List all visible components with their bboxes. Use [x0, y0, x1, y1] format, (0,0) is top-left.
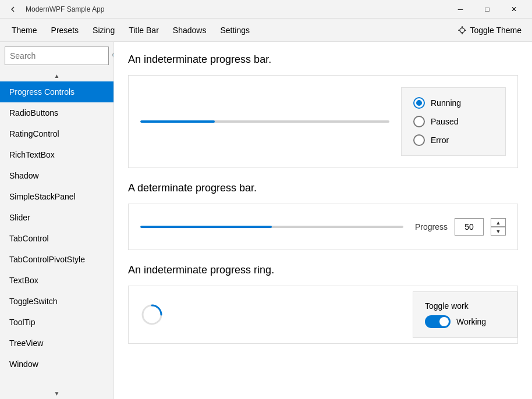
- state-radio-group: Running Paused Error: [401, 87, 506, 156]
- svg-point-0: [460, 28, 464, 33]
- title-bar: ModernWPF Sample App ─ □ ✕: [0, 0, 532, 19]
- menu-titlebar[interactable]: Title Bar: [122, 21, 166, 40]
- determinate-progress-track: [140, 226, 403, 228]
- sidebar-item-progress-controls[interactable]: Progress Controls: [0, 81, 114, 102]
- toggle-row: Working: [425, 315, 505, 328]
- progress-ring-svg: [140, 303, 164, 326]
- sidebar-item-tooltip[interactable]: ToolTip: [0, 312, 114, 333]
- svg-rect-4: [464, 30, 466, 31]
- section3-title: An indeterminate progress ring.: [128, 264, 518, 276]
- window-controls: ─ □ ✕: [447, 0, 527, 19]
- section-indeterminate-bar: An indeterminate progress bar. Running P…: [128, 54, 518, 168]
- section-progress-ring: An indeterminate progress ring. Toggle w…: [128, 264, 518, 344]
- progress-label: Progress: [415, 222, 448, 231]
- radio-running-label: Running: [431, 98, 461, 108]
- scroll-up-arrow[interactable]: ▲: [0, 70, 114, 81]
- sidebar-item-toggleswitch[interactable]: ToggleSwitch: [0, 291, 114, 312]
- toggle-value-label: Working: [456, 317, 486, 326]
- section1-title: An indeterminate progress bar.: [128, 54, 518, 66]
- working-toggle[interactable]: [425, 315, 451, 328]
- app-layout: 🔍 ▲ Progress Controls RadioButtons Ratin…: [0, 42, 532, 399]
- sidebar-item-radiobuttons[interactable]: RadioButtons: [0, 102, 114, 123]
- sidebar-item-treeview[interactable]: TreeView: [0, 333, 114, 354]
- radio-paused-label: Paused: [431, 117, 458, 126]
- menu-sizing[interactable]: Sizing: [86, 21, 122, 40]
- app-title: ModernWPF Sample App: [26, 5, 447, 13]
- determinate-progress-bar: [140, 226, 272, 228]
- radio-error[interactable]: Error: [413, 134, 494, 146]
- menu-settings[interactable]: Settings: [213, 21, 257, 40]
- section3-demo-box: Toggle work Working: [128, 286, 518, 344]
- radio-running[interactable]: Running: [413, 97, 494, 109]
- progress-increment-button[interactable]: ▲: [491, 218, 506, 227]
- search-input[interactable]: [10, 51, 112, 60]
- sidebar-item-shadow[interactable]: Shadow: [0, 165, 114, 186]
- section2-demo-box: Progress ▲ ▼: [128, 204, 518, 250]
- progress-value-input[interactable]: [455, 218, 484, 236]
- progress-controls-row: Progress ▲ ▼: [415, 218, 506, 236]
- back-button[interactable]: [5, 1, 21, 17]
- section1-demo-box: Running Paused Error: [128, 75, 518, 168]
- menu-bar: Theme Presets Sizing Title Bar Shadows S…: [0, 19, 532, 42]
- sidebar-item-textbox[interactable]: TextBox: [0, 270, 114, 291]
- sidebar-item-tabcontrolpivotstyle[interactable]: TabControlPivotStyle: [0, 249, 114, 270]
- toggle-theme-button[interactable]: Toggle Theme: [452, 22, 527, 38]
- radio-error-label: Error: [431, 136, 449, 145]
- progress-spinner: ▲ ▼: [491, 218, 506, 236]
- svg-rect-2: [462, 33, 463, 34]
- radio-error-circle: [413, 134, 425, 146]
- section2-title: A determinate progress bar.: [128, 182, 518, 194]
- menu-theme[interactable]: Theme: [5, 21, 44, 40]
- search-box[interactable]: 🔍: [5, 47, 109, 65]
- svg-rect-1: [462, 26, 463, 28]
- sidebar-item-slider[interactable]: Slider: [0, 207, 114, 228]
- sidebar-item-window[interactable]: Window: [0, 354, 114, 375]
- sidebar: 🔍 ▲ Progress Controls RadioButtons Ratin…: [0, 42, 114, 399]
- toggle-theme-label: Toggle Theme: [470, 26, 522, 35]
- sidebar-item-tabcontrol[interactable]: TabControl: [0, 228, 114, 249]
- sidebar-item-simplestackpanel[interactable]: SimpleStackPanel: [0, 186, 114, 207]
- ring-area: [129, 291, 413, 338]
- toggle-work-label: Toggle work: [425, 301, 505, 311]
- indeterminate-progress-track: [140, 120, 389, 123]
- maximize-button[interactable]: □: [474, 0, 501, 19]
- radio-paused[interactable]: Paused: [413, 116, 494, 127]
- radio-paused-circle: [413, 116, 425, 127]
- radio-running-circle: [413, 97, 425, 109]
- progress-decrement-button[interactable]: ▼: [491, 227, 506, 236]
- scroll-down-arrow[interactable]: ▼: [0, 387, 114, 399]
- content-area: An indeterminate progress bar. Running P…: [114, 42, 532, 399]
- indeterminate-progress-bar: [140, 120, 215, 123]
- menu-presets[interactable]: Presets: [44, 21, 86, 40]
- close-button[interactable]: ✕: [501, 0, 527, 19]
- sidebar-item-ratingcontrol[interactable]: RatingControl: [0, 123, 114, 144]
- sidebar-list: Progress Controls RadioButtons RatingCon…: [0, 81, 114, 387]
- section-determinate-bar: A determinate progress bar. Progress ▲ ▼: [128, 182, 518, 250]
- minimize-button[interactable]: ─: [447, 0, 474, 19]
- sidebar-item-richtextbox[interactable]: RichTextBox: [0, 144, 114, 165]
- toggle-work-box: Toggle work Working: [413, 291, 517, 338]
- menu-shadows[interactable]: Shadows: [166, 21, 214, 40]
- svg-rect-3: [458, 30, 460, 31]
